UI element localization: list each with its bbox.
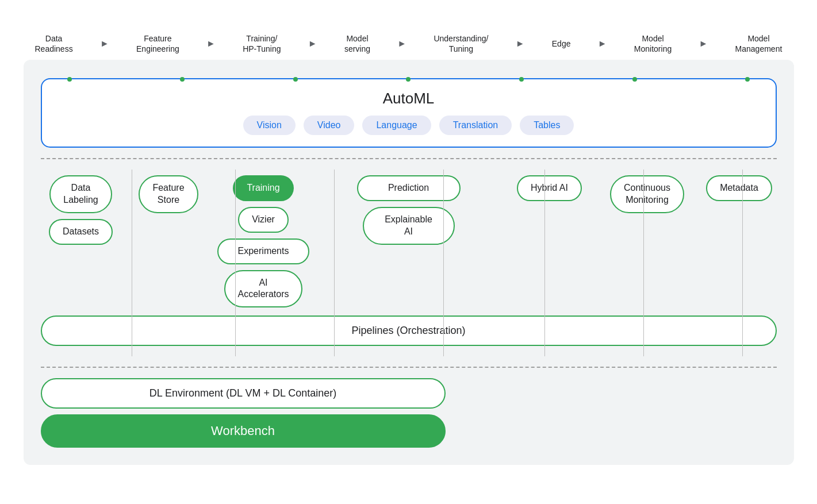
col-hybrid-ai: Hybrid AI <box>507 175 593 201</box>
vline-5 <box>544 170 545 356</box>
nodes-area: DataLabeling Datasets FeatureStore Train… <box>41 170 777 356</box>
col-training: Training Vizier Experiments AIAccelerato… <box>216 175 311 307</box>
automl-title: AutoML <box>56 90 762 107</box>
pipeline-step-feature-engineering: FeatureEngineering <box>136 33 179 54</box>
pipeline-step-data-readiness: DataReadiness <box>35 33 73 54</box>
pipelines-label: Pipelines (Orchestration) <box>351 325 465 336</box>
dot-training <box>180 77 185 82</box>
arrow-7: ► <box>699 39 708 49</box>
vline-4 <box>443 170 444 356</box>
step-label-model-management: ModelManagement <box>735 33 783 54</box>
node-ai-accelerators[interactable]: AIAccelerators <box>224 270 303 308</box>
dot-monitoring <box>632 77 637 82</box>
vline-7 <box>742 170 743 356</box>
automl-chip-tables[interactable]: Tables <box>520 116 574 135</box>
pipeline-step-training: Training/HP-Tuning <box>243 33 281 54</box>
node-prediction[interactable]: Prediction <box>357 175 461 201</box>
automl-chip-language[interactable]: Language <box>362 116 431 135</box>
vline-2 <box>235 170 236 356</box>
vline-6 <box>643 170 644 356</box>
automl-box: AutoML Vision Video Language Translation… <box>41 78 777 148</box>
automl-chips: Vision Video Language Translation Tables <box>56 116 762 135</box>
arrow-6: ► <box>598 39 607 49</box>
step-label-model-monitoring: ModelMonitoring <box>634 33 672 54</box>
arrow-5: ► <box>516 39 525 49</box>
node-workbench[interactable]: Workbench <box>41 414 446 448</box>
pipeline-header: DataReadiness ► FeatureEngineering ► Tra… <box>12 33 806 54</box>
node-hybrid-ai[interactable]: Hybrid AI <box>517 175 582 201</box>
diagram-outer: DataReadiness ► FeatureEngineering ► Tra… <box>12 22 806 482</box>
node-continuous-monitoring[interactable]: ContinuousMonitoring <box>610 175 684 213</box>
arrow-3: ► <box>308 39 317 49</box>
pipeline-step-edge: Edge <box>552 39 571 49</box>
col-metadata: Metadata <box>702 175 777 201</box>
node-experiments[interactable]: Experiments <box>217 238 309 264</box>
bottom-section: DL Environment (DL VM + DL Container) Wo… <box>41 378 777 448</box>
dot-feature <box>67 77 72 82</box>
node-datasets[interactable]: Datasets <box>49 219 113 245</box>
workbench-label: Workbench <box>211 424 275 438</box>
node-metadata[interactable]: Metadata <box>706 175 772 201</box>
pipelines-row: Pipelines (Orchestration) <box>41 316 777 346</box>
dot-edge <box>519 77 524 82</box>
step-label-training: Training/HP-Tuning <box>243 33 281 54</box>
arrow-1: ► <box>100 39 109 49</box>
dashed-separator-1 <box>41 158 777 159</box>
node-pipelines[interactable]: Pipelines (Orchestration) <box>41 316 777 346</box>
col-feature-store: FeatureStore <box>127 175 210 213</box>
pipeline-step-model-serving: Modelserving <box>344 33 370 54</box>
dl-env-label: DL Environment (DL VM + DL Container) <box>149 387 337 399</box>
vline-1 <box>132 170 132 356</box>
col-continuous-monitoring: ContinuousMonitoring <box>599 175 696 213</box>
node-feature-store[interactable]: FeatureStore <box>139 175 198 213</box>
step-label-model-serving: Modelserving <box>344 33 370 54</box>
pipeline-step-understanding: Understanding/Tuning <box>434 33 488 54</box>
main-nodes-row: DataLabeling Datasets FeatureStore Train… <box>41 175 777 307</box>
col-prediction: Prediction ExplainableAI <box>317 175 501 244</box>
arrow-2: ► <box>206 39 216 49</box>
pipeline-step-model-monitoring: ModelMonitoring <box>634 33 672 54</box>
step-label-understanding: Understanding/Tuning <box>434 33 488 54</box>
pipeline-step-model-management: ModelManagement <box>735 33 783 54</box>
step-label-edge: Edge <box>552 39 571 49</box>
node-explainable-ai[interactable]: ExplainableAI <box>363 207 455 245</box>
dashed-separator-2 <box>41 367 777 368</box>
node-dl-env[interactable]: DL Environment (DL VM + DL Container) <box>41 378 446 409</box>
automl-chip-video[interactable]: Video <box>304 116 355 135</box>
dot-management <box>745 77 750 82</box>
dot-understanding <box>406 77 411 82</box>
automl-chip-translation[interactable]: Translation <box>439 116 512 135</box>
main-diagram: AutoML Vision Video Language Translation… <box>24 60 794 465</box>
automl-chip-vision[interactable]: Vision <box>243 116 296 135</box>
col-data-labeling: DataLabeling Datasets <box>41 175 121 244</box>
step-label-data-readiness: DataReadiness <box>35 33 73 54</box>
arrow-4: ► <box>397 39 406 49</box>
step-label-feature-engineering: FeatureEngineering <box>136 33 179 54</box>
dot-model-serving <box>293 77 298 82</box>
dot-row <box>41 77 777 82</box>
node-vizier[interactable]: Vizier <box>238 207 289 233</box>
node-training[interactable]: Training <box>233 175 293 201</box>
vline-3 <box>334 170 335 356</box>
node-data-labeling[interactable]: DataLabeling <box>49 175 112 213</box>
